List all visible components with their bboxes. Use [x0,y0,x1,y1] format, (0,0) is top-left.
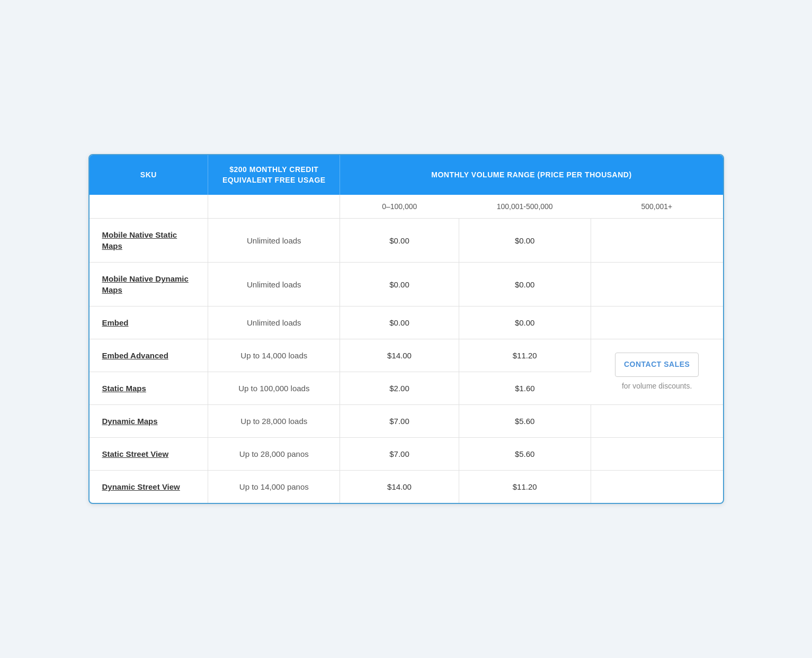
static-maps-link[interactable]: Static Maps [102,384,146,393]
subheader-row: 0–100,000 100,001-500,000 500,001+ [90,195,723,219]
sku-cell-embed-advanced: Embed Advanced [90,339,208,372]
sku-cell-dynamic-maps: Dynamic Maps [90,405,208,438]
subheader-credit-empty [208,195,340,219]
price-cell-2-range1: $0.00 [340,307,459,339]
price-cell-3-range2: $11.20 [459,339,591,372]
price-cell-2-range2: $0.00 [459,307,591,339]
subheader-range1: 0–100,000 [340,195,459,219]
sku-header: SKU [90,155,208,195]
subheader-range3: 500,001+ [591,195,722,219]
credit-cell-2: Unlimited loads [208,307,340,339]
price-cell-7-range3 [591,471,722,503]
credit-cell-7: Up to 14,000 panos [208,471,340,503]
sku-cell-static-street-view: Static Street View [90,438,208,471]
credit-cell-3: Up to 14,000 loads [208,339,340,372]
price-cell-7-range2: $11.20 [459,471,591,503]
table-row: Mobile Native Dynamic Maps Unlimited loa… [90,263,723,307]
sku-cell-embed: Embed [90,307,208,339]
embed-link[interactable]: Embed [102,318,129,327]
sku-cell-dynamic-street-view: Dynamic Street View [90,471,208,503]
embed-advanced-link[interactable]: Embed Advanced [102,351,168,360]
pricing-table-container: SKU $200 Monthly Credit Equivalent Free … [88,154,724,504]
credit-cell-4: Up to 100,000 loads [208,372,340,405]
price-cell-6-range3 [591,438,722,471]
price-cell-1-range1: $0.00 [340,263,459,307]
contact-sales-cell: CONTACT SALES for volume discounts. [591,339,722,405]
credit-cell-6: Up to 28,000 panos [208,438,340,471]
price-cell-7-range1: $14.00 [340,471,459,503]
price-cell-0-range2: $0.00 [459,219,591,263]
price-cell-1-range3 [591,263,722,307]
table-row: Embed Advanced Up to 14,000 loads $14.00… [90,339,723,372]
price-cell-4-range2: $1.60 [459,372,591,405]
mobile-native-dynamic-maps-link[interactable]: Mobile Native Dynamic Maps [102,274,189,294]
price-cell-0-range1: $0.00 [340,219,459,263]
static-street-view-link[interactable]: Static Street View [102,449,169,458]
credit-header: $200 Monthly Credit Equivalent Free Usag… [208,155,340,195]
price-cell-5-range1: $7.00 [340,405,459,438]
dynamic-street-view-link[interactable]: Dynamic Street View [102,482,180,491]
mobile-native-static-maps-link[interactable]: Mobile Native Static Maps [102,230,177,250]
dynamic-maps-link[interactable]: Dynamic Maps [102,417,158,426]
table-row: Dynamic Maps Up to 28,000 loads $7.00 $5… [90,405,723,438]
table-row: Mobile Native Static Maps Unlimited load… [90,219,723,263]
price-cell-6-range2: $5.60 [459,438,591,471]
contact-sales-wrapper: CONTACT SALES for volume discounts. [600,353,715,391]
credit-cell-1: Unlimited loads [208,263,340,307]
sku-cell-mobile-native-dynamic-maps: Mobile Native Dynamic Maps [90,263,208,307]
table-row: Embed Unlimited loads $0.00 $0.00 [90,307,723,339]
price-cell-6-range1: $7.00 [340,438,459,471]
credit-cell-0: Unlimited loads [208,219,340,263]
contact-sales-button[interactable]: CONTACT SALES [615,353,699,377]
subheader-range2: 100,001-500,000 [459,195,591,219]
subheader-sku-empty [90,195,208,219]
price-cell-3-range1: $14.00 [340,339,459,372]
credit-cell-5: Up to 28,000 loads [208,405,340,438]
table-row: Dynamic Street View Up to 14,000 panos $… [90,471,723,503]
price-cell-1-range2: $0.00 [459,263,591,307]
for-volume-text: for volume discounts. [622,381,692,392]
sku-cell-static-maps: Static Maps [90,372,208,405]
volume-range-header: Monthly Volume Range (Price Per Thousand… [340,155,723,195]
price-cell-5-range3 [591,405,722,438]
price-cell-2-range3 [591,307,722,339]
sku-cell-mobile-native-static-maps: Mobile Native Static Maps [90,219,208,263]
table-row: Static Street View Up to 28,000 panos $7… [90,438,723,471]
price-cell-4-range1: $2.00 [340,372,459,405]
price-cell-5-range2: $5.60 [459,405,591,438]
price-cell-0-range3 [591,219,722,263]
